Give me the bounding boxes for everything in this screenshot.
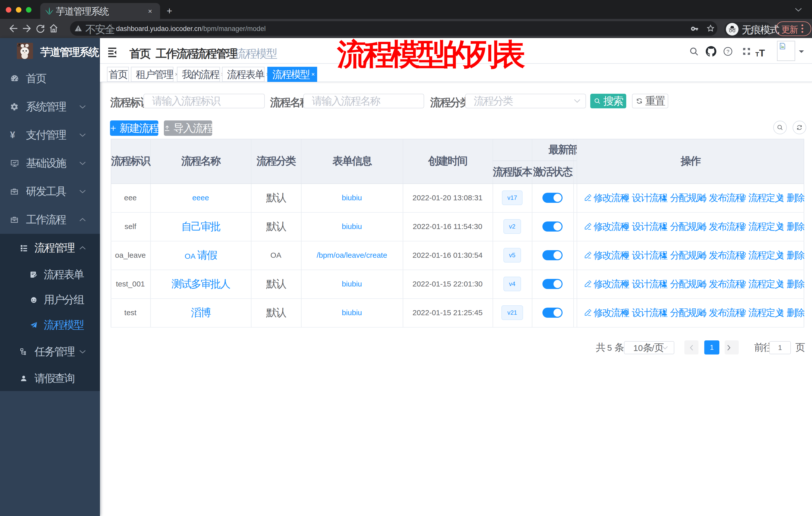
svg-text:?: ?: [726, 49, 729, 54]
